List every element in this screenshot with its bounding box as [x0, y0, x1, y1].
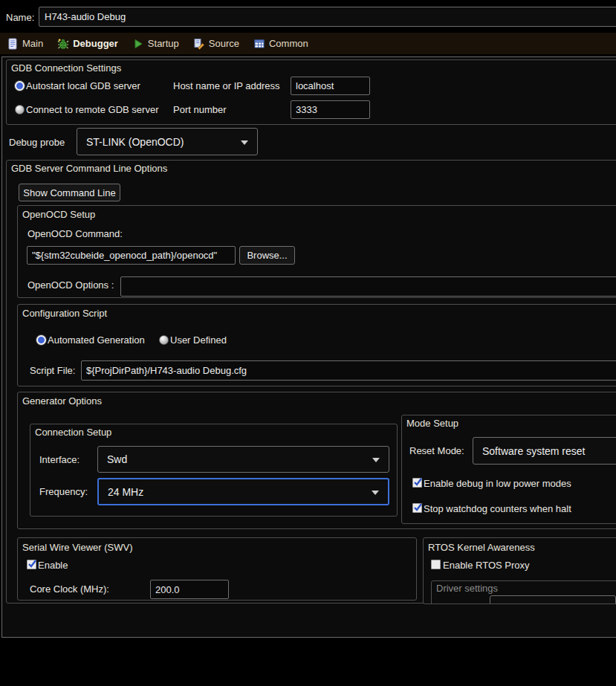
configuration-script-title: Configuration Script	[22, 308, 107, 320]
swv-enable-checkbox[interactable]	[27, 560, 36, 569]
script-file-label: Script File:	[30, 365, 75, 377]
interface-label: Interface:	[39, 454, 80, 466]
source-edit-icon	[193, 38, 205, 50]
reset-mode-combo[interactable]: Software system reset	[473, 437, 616, 465]
bug-icon	[57, 38, 69, 50]
frequency-label: Frequency:	[39, 486, 88, 498]
autostart-local-gdb-label: Autostart local GDB server	[26, 80, 140, 92]
automated-generation-label: Automated Generation	[48, 334, 145, 346]
autostart-local-gdb-radio[interactable]	[15, 81, 25, 91]
connect-remote-gdb-radio[interactable]	[15, 105, 25, 114]
chevron-down-icon	[241, 140, 248, 145]
tab-main[interactable]: Main	[7, 38, 43, 50]
low-power-label: Enable debug in low power modes	[424, 478, 571, 490]
gdb-server-options-group: GDB Server Command Line Options Show Com…	[6, 160, 616, 604]
openocd-options-label: OpenOCD Options :	[27, 279, 114, 291]
interface-value: Swd	[107, 453, 127, 465]
tab-debugger[interactable]: Debugger	[57, 38, 118, 50]
tab-common[interactable]: Common	[253, 38, 308, 50]
watchdog-checkbox[interactable]	[412, 503, 422, 513]
chevron-down-icon	[372, 458, 380, 462]
show-command-line-label: Show Command Line	[23, 187, 115, 198]
watchdog-label: Stop watchdog counters when halt	[424, 503, 571, 515]
rtos-proxy-label: Enable RTOS Proxy	[443, 560, 530, 572]
document-icon	[7, 38, 19, 50]
mode-setup-title: Mode Setup	[406, 418, 458, 430]
generator-options-group: Generator Options Connection Setup Inter…	[17, 392, 616, 529]
play-icon	[132, 38, 144, 50]
automated-generation-radio[interactable]	[36, 335, 46, 345]
rtos-group: RTOS Kernel Awareness Enable RTOS Proxy …	[423, 537, 616, 604]
openocd-command-label: OpenOCD Command:	[27, 228, 123, 240]
driver-settings-group: Driver settings	[431, 580, 616, 604]
port-number-input[interactable]	[291, 100, 370, 119]
tab-bar: Main Debugger	[0, 33, 616, 54]
low-power-checkbox[interactable]	[412, 478, 422, 488]
rtos-title: RTOS Kernel Awareness	[428, 542, 535, 554]
driver-settings-combo[interactable]	[490, 595, 616, 604]
interface-combo[interactable]: Swd	[97, 446, 389, 473]
connection-setup-title: Connection Setup	[35, 427, 111, 439]
tab-debugger-label: Debugger	[73, 38, 118, 49]
name-input[interactable]	[39, 7, 616, 27]
generator-options-title: Generator Options	[22, 395, 102, 407]
name-label: Name:	[6, 12, 34, 24]
debug-probe-combo[interactable]: ST-LINK (OpenOCD)	[77, 128, 258, 155]
frequency-combo[interactable]: 24 MHz	[97, 478, 389, 505]
gdb-connection-settings-title: GDB Connection Settings	[11, 62, 121, 74]
browse-button[interactable]: Browse...	[239, 246, 295, 265]
mode-setup-group: Mode Setup Reset Mode: Software system r…	[401, 415, 616, 524]
debug-configuration-dialog: Name: Main	[0, 0, 616, 686]
openocd-options-input[interactable]	[120, 276, 616, 297]
gdb-connection-settings-group: GDB Connection Settings Autostart local …	[6, 59, 616, 125]
reset-mode-value: Software system reset	[482, 445, 586, 457]
tab-main-label: Main	[22, 38, 43, 49]
swv-group: Serial Wire Viewer (SWV) Enable Core Clo…	[17, 537, 417, 601]
connection-setup-group: Connection Setup Interface: Swd Frequenc…	[30, 424, 398, 517]
show-command-line-button[interactable]: Show Command Line	[19, 184, 120, 201]
tab-source[interactable]: Source	[193, 38, 239, 50]
table-icon	[253, 38, 265, 50]
tab-common-label: Common	[269, 38, 308, 49]
core-clock-label: Core Clock (MHz):	[30, 583, 109, 595]
core-clock-input[interactable]	[150, 580, 229, 599]
host-name-label: Host name or IP address	[173, 80, 280, 92]
host-name-input[interactable]	[291, 77, 370, 95]
openocd-command-input[interactable]	[27, 246, 236, 265]
browse-button-label: Browse...	[247, 250, 287, 261]
user-defined-label: User Defined	[170, 334, 227, 346]
tab-source-label: Source	[209, 38, 239, 49]
debug-probe-label: Debug probe	[9, 137, 65, 149]
port-number-label: Port number	[173, 104, 227, 116]
rtos-proxy-checkbox[interactable]	[431, 560, 441, 569]
openocd-setup-title: OpenOCD Setup	[22, 209, 95, 221]
connect-remote-gdb-label: Connect to remote GDB server	[26, 104, 158, 116]
reset-mode-label: Reset Mode:	[409, 445, 464, 457]
gdb-server-options-title: GDB Server Command Line Options	[11, 163, 167, 175]
frequency-value: 24 MHz	[108, 486, 143, 498]
swv-enable-label: Enable	[38, 560, 68, 572]
configuration-script-group: Configuration Script Automated Generatio…	[17, 304, 616, 386]
debug-probe-value: ST-LINK (OpenOCD)	[86, 136, 184, 148]
chevron-down-icon	[372, 491, 379, 495]
user-defined-radio[interactable]	[159, 335, 169, 345]
driver-settings-title: Driver settings	[436, 583, 498, 595]
script-file-input[interactable]	[81, 360, 616, 381]
openocd-setup-group: OpenOCD Setup OpenOCD Command: Browse...…	[17, 205, 616, 298]
tab-startup-label: Startup	[148, 38, 179, 49]
tab-startup[interactable]: Startup	[132, 38, 179, 50]
swv-title: Serial Wire Viewer (SWV)	[22, 542, 133, 554]
